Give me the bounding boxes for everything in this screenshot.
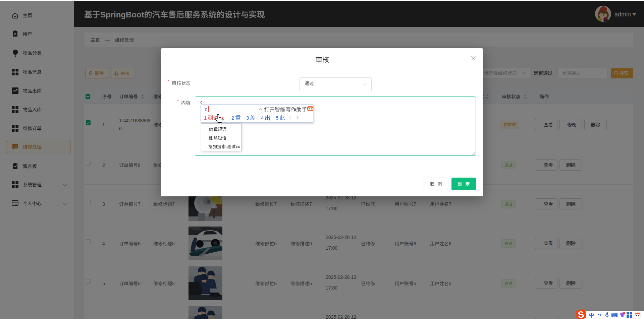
svg-text::: :: [226, 144, 227, 149]
svg-text:xx: xx: [236, 144, 240, 149]
